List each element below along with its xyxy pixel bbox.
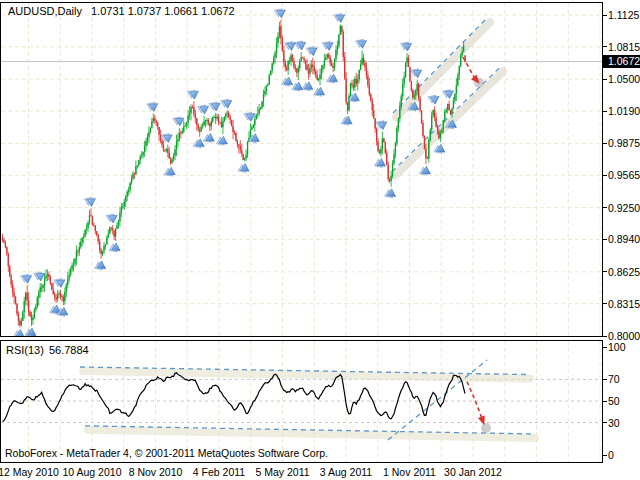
rsi-axis-label: 0 bbox=[608, 449, 614, 461]
price-axis-label: 0.9565 bbox=[608, 169, 640, 181]
price-axis-tick bbox=[602, 303, 607, 304]
rsi-value: 56.7884 bbox=[49, 344, 89, 356]
price-axis-tick bbox=[602, 15, 607, 16]
rsi-indicator-label: RSI(13)56.7884 bbox=[6, 344, 89, 356]
price-axis-label: 1.0190 bbox=[608, 105, 640, 117]
price-axis-tick bbox=[602, 336, 607, 337]
chart-canvas[interactable] bbox=[0, 0, 640, 480]
price-axis-label: 1.1125 bbox=[608, 9, 639, 21]
price-axis-label: 0.8625 bbox=[608, 266, 640, 278]
rsi-name: RSI(13) bbox=[6, 344, 44, 356]
current-price-tag: 1.0672 bbox=[602, 55, 640, 68]
copyright-watermark: RoboForex - MetaTrader 4, © 2001-2011 Me… bbox=[5, 447, 328, 459]
rsi-axis-label: 50 bbox=[608, 395, 620, 407]
price-axis-tick bbox=[602, 175, 607, 176]
panel-borders bbox=[1, 3, 603, 463]
price-axis-label: 0.8940 bbox=[608, 233, 640, 245]
ohlc-quote-label: 1.0731 1.0737 1.0661 1.0672 bbox=[91, 5, 235, 17]
price-axis-label: 0.9250 bbox=[608, 202, 640, 214]
price-axis-tick bbox=[602, 239, 607, 240]
price-axis-label: 0.8315 bbox=[608, 298, 640, 310]
rsi-axis-label: 100 bbox=[608, 341, 626, 353]
symbol-period-label: AUDUSD,Daily bbox=[8, 5, 82, 17]
chart-title: AUDUSD,Daily1.0731 1.0737 1.0661 1.0672 bbox=[8, 5, 235, 17]
price-axis-tick bbox=[602, 271, 607, 272]
rsi-axis-tick bbox=[602, 379, 607, 380]
rsi-axis-label: 30 bbox=[608, 417, 620, 429]
rsi-axis-label: 70 bbox=[608, 373, 620, 385]
chart-window: AUDUSD,Daily1.0731 1.0737 1.0661 1.0672 … bbox=[0, 0, 640, 480]
rsi-axis-tick bbox=[602, 455, 607, 456]
price-axis-tick bbox=[602, 207, 607, 208]
price-axis-label: 1.0815 bbox=[608, 41, 640, 53]
rsi-axis-tick bbox=[602, 401, 607, 402]
price-axis-label: 0.9875 bbox=[608, 137, 640, 149]
date-axis-label: 30 Jan 2012 bbox=[435, 466, 511, 478]
price-axis-tick bbox=[602, 79, 607, 80]
rsi-axis-tick bbox=[602, 422, 607, 423]
price-axis-tick bbox=[602, 46, 607, 47]
price-axis-tick bbox=[602, 111, 607, 112]
price-axis-tick bbox=[602, 143, 607, 144]
rsi-axis-tick bbox=[602, 347, 607, 348]
price-axis-label: 1.0500 bbox=[608, 73, 640, 85]
